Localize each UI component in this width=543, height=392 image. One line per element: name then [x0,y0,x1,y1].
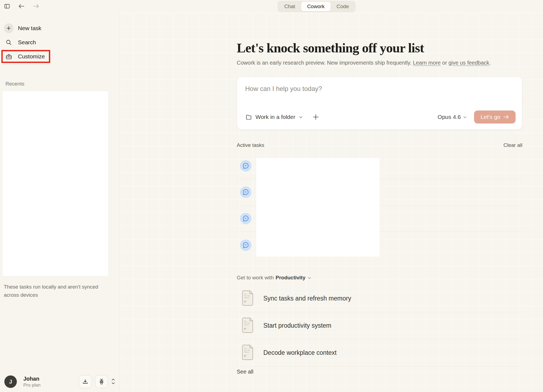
tab-cowork[interactable]: Cowork [301,2,330,11]
sidebar-item-new-task[interactable]: New task [4,23,41,33]
page-title: Let's knock something off your list [237,40,522,56]
tasks-redaction-box [256,158,380,257]
app-window: Chat Cowork Code New task Search [0,0,543,392]
bug-report-button[interactable] [95,375,108,388]
main-area: Let's knock something off your list Cowo… [120,13,543,392]
plus-icon [312,113,319,121]
chevron-up-down-icon [111,378,116,385]
chevron-down-icon [299,115,303,119]
document-icon [241,317,254,334]
bug-icon [98,378,105,385]
sidebar: New task Search Customize Recents [0,13,120,392]
work-in-folder-label: Work in a folder [255,114,295,120]
chat-task-icon [240,239,251,251]
see-all-button[interactable]: See all [237,369,253,375]
model-selector[interactable]: Opus 4.6 [438,114,467,120]
chevron-down-icon [463,115,467,119]
get-to-work-category: Productivity [276,275,305,281]
chevron-down-icon [307,276,311,280]
suggestion-label: Start productivity system [263,322,332,329]
forward-arrow-icon[interactable] [33,3,40,9]
user-meta: Johan Pro plan [23,376,75,388]
suggestion-item[interactable]: Decode workplace context [237,339,522,366]
suggestion-label: Decode workplace context [263,349,337,356]
model-label: Opus 4.6 [438,114,461,120]
active-tasks-title: Active tasks [237,142,264,148]
plus-circle-icon [4,23,14,33]
chat-task-icon [240,160,251,172]
subtitle-text: Cowork is an early research preview. New… [237,60,413,66]
suggestion-item[interactable]: Sync tasks and refresh memory [237,285,522,312]
sidebar-item-search[interactable]: Search [4,37,36,47]
top-bar: Chat Cowork Code [0,0,543,13]
document-icon [241,290,254,307]
recents-redaction-box [3,91,108,276]
composer-toolbar: Work in a folder Opus 4.6 [245,110,516,124]
tab-chat[interactable]: Chat [278,2,301,11]
attach-plus-button[interactable] [312,113,319,121]
tab-code[interactable]: Code [331,2,355,11]
suggestion-item[interactable]: Start productivity system [237,312,522,339]
toolbox-icon [4,52,14,61]
user-plan-badge: Pro plan [23,382,75,388]
lets-go-label: Let's go [481,114,500,120]
user-account-row: J Johan Pro plan [4,375,116,389]
suggestion-label: Sync tasks and refresh memory [263,295,351,302]
get-to-work-category-selector[interactable]: Get to work with Productivity [237,275,311,281]
get-to-work-prefix: Get to work with [237,275,274,281]
document-icon [241,344,254,361]
active-tasks-header: Active tasks Clear all [237,142,522,148]
arrow-right-icon [503,115,509,119]
download-button[interactable] [79,375,92,388]
recents-section-label: Recents [5,81,24,87]
learn-more-link[interactable]: Learn more [413,60,441,66]
mode-switcher: Chat Cowork Code [277,1,356,12]
feedback-link[interactable]: give us feedback [449,60,489,66]
window-nav-controls [4,3,40,10]
search-icon [4,37,14,47]
composer-card: Work in a folder Opus 4.6 [237,77,522,130]
work-in-folder-button[interactable]: Work in a folder [245,114,303,120]
sidebar-toggle-icon[interactable] [4,3,10,10]
suggestions-list: Sync tasks and refresh memory Star [237,285,522,366]
user-name: Johan [23,376,75,382]
download-icon [82,378,89,385]
lets-go-button[interactable]: Let's go [474,110,516,124]
clear-all-button[interactable]: Clear all [503,142,522,148]
back-arrow-icon[interactable] [18,3,25,9]
sidebar-item-label: Customize [18,53,45,60]
research-preview-note: Cowork is an early research preview. New… [237,60,522,66]
chat-task-icon [240,186,251,198]
chat-task-icon [240,213,251,224]
sidebar-item-customize[interactable]: Customize [4,52,45,61]
account-switcher-chevrons[interactable] [111,378,116,386]
sidebar-item-label: Search [18,39,36,46]
prompt-input[interactable] [245,85,514,93]
folder-icon [245,114,252,120]
avatar[interactable]: J [4,375,17,388]
sidebar-item-label: New task [18,25,41,31]
local-sync-note: These tasks run locally and aren't synce… [4,283,106,299]
subtitle-period: . [489,60,491,66]
subtitle-or: or [441,60,449,66]
